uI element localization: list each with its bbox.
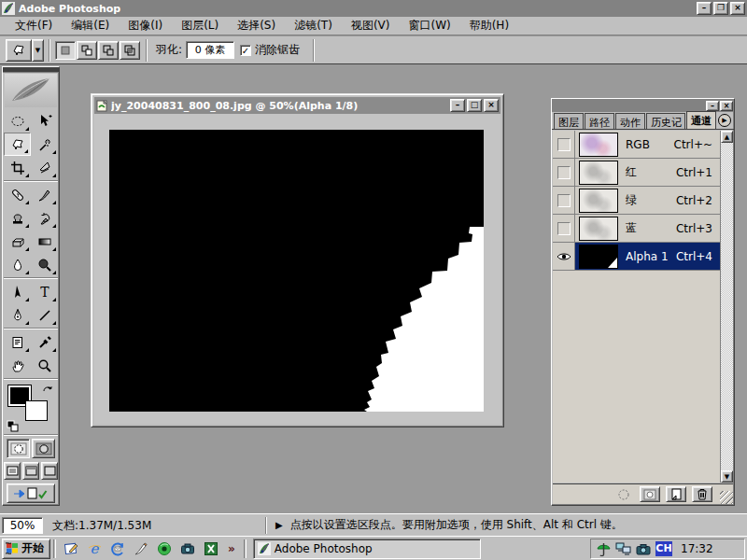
tool-move[interactable] xyxy=(31,109,58,133)
visibility-toggle[interactable] xyxy=(553,215,575,242)
channel-row-rgb[interactable]: RGB Ctrl+~ xyxy=(553,131,720,159)
tool-dodge[interactable] xyxy=(31,253,58,276)
tool-brush[interactable] xyxy=(31,183,58,206)
tool-history-brush[interactable] xyxy=(31,206,58,230)
channel-row-green[interactable]: 绿 Ctrl+2 xyxy=(553,187,720,215)
fullscreen-with-menu-button[interactable] xyxy=(22,462,39,480)
network-icon[interactable] xyxy=(615,542,631,555)
restore-icon[interactable]: ❐ xyxy=(713,2,728,15)
jump-to-imageready-button[interactable] xyxy=(7,483,55,503)
polygonal-lasso-icon[interactable] xyxy=(6,39,32,62)
menu-select[interactable]: 选择(S) xyxy=(228,16,285,35)
palette-minimize-icon[interactable]: – xyxy=(706,101,719,111)
doc-close-icon[interactable]: × xyxy=(484,99,499,112)
tool-eyedropper[interactable] xyxy=(31,330,58,354)
camera-icon[interactable] xyxy=(179,540,196,557)
show-desktop-icon[interactable] xyxy=(63,540,79,557)
scroll-down-icon[interactable]: ▼ xyxy=(721,470,733,483)
new-selection-button[interactable] xyxy=(55,41,76,60)
input-method-indicator[interactable]: CH xyxy=(655,541,672,556)
minimize-icon[interactable]: – xyxy=(697,2,712,15)
tool-healing-brush[interactable] xyxy=(4,183,31,206)
tool-line[interactable] xyxy=(31,303,58,327)
palette-resize-grip[interactable] xyxy=(720,491,733,504)
palette-close-icon[interactable]: × xyxy=(720,101,733,111)
tool-hand[interactable] xyxy=(4,354,31,377)
default-colors-icon[interactable] xyxy=(7,420,19,432)
tab-paths[interactable]: 路径 xyxy=(585,113,614,129)
app-titlebar[interactable]: Adobe Photoshop – ❐ × xyxy=(0,0,747,17)
intersect-selection-button[interactable] xyxy=(120,41,140,60)
tab-layers[interactable]: 图层 xyxy=(554,113,584,129)
visibility-toggle[interactable] xyxy=(553,187,575,214)
doc-maximize-icon[interactable]: □ xyxy=(467,99,482,112)
menu-edit[interactable]: 编辑(E) xyxy=(62,16,119,35)
tool-gradient[interactable] xyxy=(31,230,58,253)
tool-notes[interactable] xyxy=(4,330,31,354)
fullscreen-mode-button[interactable] xyxy=(41,462,58,480)
toolbox-drag-bar[interactable] xyxy=(3,67,59,73)
tab-channels[interactable]: 通道 xyxy=(686,111,716,129)
quick-mask-mode-button[interactable] xyxy=(32,439,55,458)
menu-image[interactable]: 图像(I) xyxy=(119,16,172,35)
tool-preset-picker[interactable]: ▼ xyxy=(6,39,44,62)
document-titlebar[interactable]: jy_20040831_800_08.jpg @ 50%(Alpha 1/8) … xyxy=(94,97,500,114)
outlook-express-icon[interactable] xyxy=(109,540,126,557)
chevron-down-icon[interactable]: ▼ xyxy=(32,39,44,62)
internet-explorer-icon[interactable]: e xyxy=(86,540,103,557)
new-channel-button[interactable] xyxy=(666,486,686,502)
photoshop-feather-logo[interactable] xyxy=(5,74,57,107)
tab-actions[interactable]: 动作 xyxy=(615,113,645,129)
menu-file[interactable]: 文件(F) xyxy=(6,16,62,35)
feather-input[interactable]: 0 像素 xyxy=(186,41,234,59)
antialias-checkbox[interactable]: ✓ xyxy=(240,45,251,56)
doc-minimize-icon[interactable]: – xyxy=(450,99,465,112)
swap-colors-icon[interactable] xyxy=(42,384,55,395)
palette-menu-icon[interactable]: ▶ xyxy=(718,114,731,127)
menu-filter[interactable]: 滤镜(T) xyxy=(285,16,342,35)
channel-row-blue[interactable]: 蓝 Ctrl+3 xyxy=(553,215,720,243)
taskbar-clock[interactable]: 17:32 xyxy=(681,542,713,555)
tool-polygonal-lasso[interactable] xyxy=(4,133,31,156)
excel-icon[interactable] xyxy=(203,540,219,557)
menu-window[interactable]: 窗口(W) xyxy=(399,16,459,35)
tool-blur[interactable] xyxy=(4,253,31,276)
chevron-more-icon[interactable]: » xyxy=(226,542,237,555)
tool-slice[interactable] xyxy=(31,156,58,179)
scanner-camera-icon[interactable] xyxy=(636,543,651,555)
tool-path-selection[interactable] xyxy=(4,280,31,303)
palette-scrollbar[interactable]: ▲ ▼ xyxy=(720,131,733,483)
add-to-selection-button[interactable] xyxy=(77,41,97,60)
channel-row-alpha1[interactable]: Alpha 1 Ctrl+4 xyxy=(553,243,720,271)
menu-view[interactable]: 视图(V) xyxy=(342,16,400,35)
tool-eraser[interactable] xyxy=(4,230,31,253)
status-popup-arrow-icon[interactable]: ▶ xyxy=(275,520,283,530)
taskbar-photoshop-button[interactable]: Adobe Photoshop xyxy=(253,539,481,559)
zoom-level-input[interactable]: 50% xyxy=(2,517,43,534)
channel-row-red[interactable]: 红 Ctrl+1 xyxy=(553,159,720,187)
visibility-toggle[interactable] xyxy=(553,243,575,270)
close-icon[interactable]: × xyxy=(730,2,745,15)
media-player-icon[interactable] xyxy=(156,540,173,557)
tool-clone-stamp[interactable] xyxy=(4,206,31,230)
empty-eye-box[interactable] xyxy=(557,166,571,179)
background-color-swatch[interactable] xyxy=(25,400,48,421)
document-size-indicator[interactable]: 文档:1.37M/1.53M xyxy=(47,517,266,534)
start-button[interactable]: 开始 xyxy=(2,539,50,559)
menu-layer[interactable]: 图层(L) xyxy=(172,16,228,35)
tab-history[interactable]: 历史记 xyxy=(646,113,685,129)
menu-help[interactable]: 帮助(H) xyxy=(460,16,518,35)
load-channel-as-selection-button[interactable] xyxy=(613,486,634,502)
image-canvas-alpha-channel[interactable] xyxy=(109,130,484,412)
tool-elliptical-marquee[interactable] xyxy=(4,109,31,133)
empty-eye-box[interactable] xyxy=(557,194,571,207)
tool-type[interactable]: T xyxy=(31,280,58,303)
tool-pen[interactable] xyxy=(4,303,31,327)
delete-channel-button[interactable] xyxy=(692,486,712,502)
scroll-up-icon[interactable]: ▲ xyxy=(721,131,733,143)
antivirus-umbrella-icon[interactable] xyxy=(597,541,611,556)
visibility-toggle[interactable] xyxy=(553,159,575,186)
empty-eye-box[interactable] xyxy=(557,138,571,151)
visibility-toggle[interactable] xyxy=(553,131,575,158)
empty-eye-box[interactable] xyxy=(557,222,571,235)
